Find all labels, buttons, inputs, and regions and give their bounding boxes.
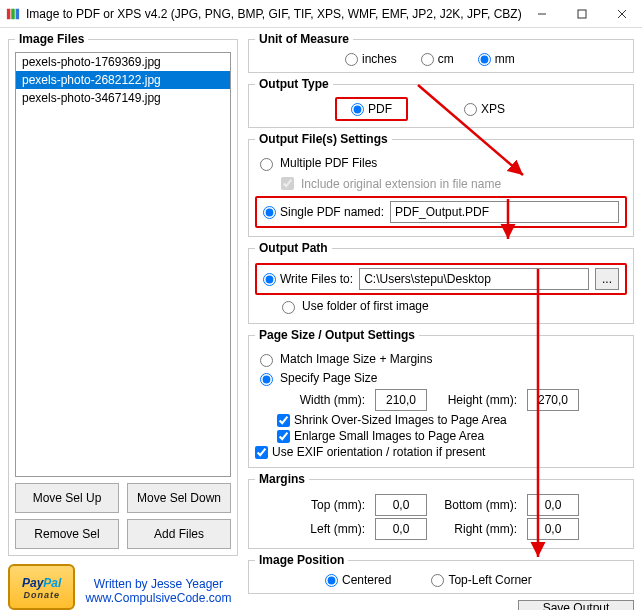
top-margin-label: Top (mm): (295, 498, 365, 512)
svg-rect-1 (11, 8, 15, 19)
window-title: Image to PDF or XPS v4.2 (JPG, PNG, BMP,… (26, 7, 522, 21)
output-type-group: Output Type PDF XPS (248, 77, 634, 128)
match-image-radio[interactable]: Match Image Size + Margins (255, 351, 627, 367)
bottom-margin-label: Bottom (mm): (437, 498, 517, 512)
include-extension-checkbox: Include original extension in file name (255, 174, 627, 193)
bottom-margin-input[interactable] (527, 494, 579, 516)
output-type-pdf-radio[interactable]: PDF (351, 102, 392, 116)
page-size-legend: Page Size / Output Settings (255, 328, 419, 342)
width-input[interactable] (375, 389, 427, 411)
use-folder-radio[interactable]: Use folder of first image (255, 298, 627, 314)
single-pdf-radio[interactable]: Single PDF named: (263, 205, 384, 219)
output-type-legend: Output Type (255, 77, 333, 91)
write-files-to-radio[interactable]: Write Files to: (263, 272, 353, 286)
file-list[interactable]: pexels-photo-1769369.jpgpexels-photo-268… (15, 52, 231, 477)
browse-button[interactable]: ... (595, 268, 619, 290)
page-size-group: Page Size / Output Settings Match Image … (248, 328, 634, 468)
minimize-button[interactable] (522, 0, 562, 28)
margins-group: Margins Top (mm): Bottom (mm): Left (mm)… (248, 472, 634, 549)
left-margin-input[interactable] (375, 518, 427, 540)
single-pdf-name-input[interactable] (390, 201, 619, 223)
unit-mm-radio[interactable]: mm (478, 52, 515, 66)
right-margin-label: Right (mm): (437, 522, 517, 536)
output-files-group: Output File(s) Settings Multiple PDF Fil… (248, 132, 634, 237)
height-label: Height (mm): (437, 393, 517, 407)
paypal-donate-button[interactable]: PayPalDonate (8, 564, 75, 610)
titlebar: Image to PDF or XPS v4.2 (JPG, PNG, BMP,… (0, 0, 642, 28)
add-files-button[interactable]: Add Files (127, 519, 231, 549)
output-path-input[interactable] (359, 268, 589, 290)
app-icon (6, 7, 20, 21)
topleft-radio[interactable]: Top-Left Corner (431, 573, 531, 587)
move-sel-up-button[interactable]: Move Sel Up (15, 483, 119, 513)
unit-inches-radio[interactable]: inches (345, 52, 397, 66)
output-path-legend: Output Path (255, 241, 332, 255)
close-button[interactable] (602, 0, 642, 28)
output-type-xps-radio[interactable]: XPS (464, 102, 505, 116)
unit-cm-radio[interactable]: cm (421, 52, 454, 66)
remove-sel-button[interactable]: Remove Sel (15, 519, 119, 549)
unit-of-measure-group: Unit of Measure inches cm mm (248, 32, 634, 73)
site-link[interactable]: www.CompulsiveCode.com (85, 591, 231, 605)
svg-rect-2 (16, 8, 20, 19)
svg-rect-4 (578, 10, 586, 18)
file-item[interactable]: pexels-photo-3467149.jpg (16, 89, 230, 107)
image-position-group: Image Position Centered Top-Left Corner (248, 553, 634, 594)
left-margin-label: Left (mm): (295, 522, 365, 536)
top-margin-input[interactable] (375, 494, 427, 516)
height-input[interactable] (527, 389, 579, 411)
exif-checkbox[interactable]: Use EXIF orientation / rotation if prese… (255, 445, 627, 459)
move-sel-down-button[interactable]: Move Sel Down (127, 483, 231, 513)
written-by: Written by Jesse Yeager (85, 577, 231, 591)
output-path-group: Output Path Write Files to: ... Use fold… (248, 241, 634, 324)
file-item[interactable]: pexels-photo-1769369.jpg (16, 53, 230, 71)
file-item[interactable]: pexels-photo-2682122.jpg (16, 71, 230, 89)
unit-legend: Unit of Measure (255, 32, 353, 46)
right-margin-input[interactable] (527, 518, 579, 540)
image-position-legend: Image Position (255, 553, 348, 567)
enlarge-checkbox[interactable]: Enlarge Small Images to Page Area (255, 429, 627, 443)
multiple-pdf-radio[interactable]: Multiple PDF Files (255, 155, 627, 171)
credits: Written by Jesse Yeager www.CompulsiveCo… (85, 577, 231, 605)
svg-rect-0 (7, 8, 11, 19)
centered-radio[interactable]: Centered (325, 573, 391, 587)
output-files-legend: Output File(s) Settings (255, 132, 392, 146)
save-output-button[interactable]: Save Output (518, 600, 634, 610)
width-label: Width (mm): (295, 393, 365, 407)
image-files-legend: Image Files (15, 32, 88, 46)
shrink-checkbox[interactable]: Shrink Over-Sized Images to Page Area (255, 413, 627, 427)
specify-page-radio[interactable]: Specify Page Size (255, 370, 627, 386)
maximize-button[interactable] (562, 0, 602, 28)
margins-legend: Margins (255, 472, 309, 486)
image-files-group: Image Files pexels-photo-1769369.jpgpexe… (8, 32, 238, 556)
